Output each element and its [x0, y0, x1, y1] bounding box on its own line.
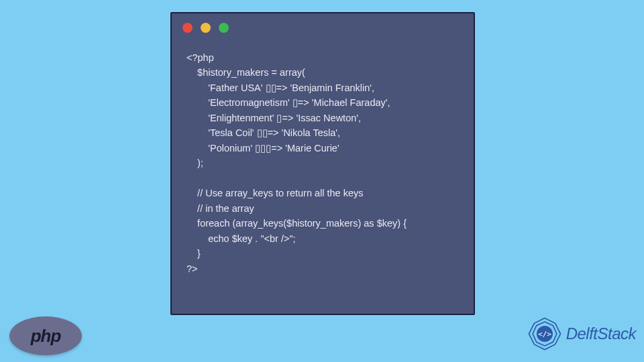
code-line: 'Tesla Coil' ▯▯=> 'Nikola Tesla', [186, 127, 340, 138]
window-controls [172, 13, 474, 42]
code-line: ?> [186, 263, 198, 274]
code-line: // in the array [186, 203, 254, 214]
code-line: 'Enlightenment' ▯=> 'Issac Newton', [186, 113, 361, 123]
delftstack-icon: </> [526, 315, 564, 353]
close-icon [182, 23, 193, 33]
code-line: 'Father USA' ▯▯=> 'Benjamin Franklin', [186, 82, 374, 93]
code-line: } [186, 248, 201, 259]
code-line: ); [186, 158, 203, 168]
svg-text:</>: </> [538, 330, 551, 339]
code-window: <?php $history_makers = array( 'Father U… [170, 12, 475, 315]
minimize-icon [201, 23, 211, 33]
delftstack-logo: </> DelftStack [526, 315, 636, 353]
code-line: 'Electromagnetism' ▯=> 'Michael Faraday'… [186, 97, 390, 108]
code-line: foreach (array_keys($history_makers) as … [186, 218, 407, 229]
code-line: 'Polonium' ▯▯▯=> 'Marie Curie' [186, 143, 339, 154]
code-line: <?php [186, 52, 214, 63]
delftstack-text: DelftStack [566, 324, 636, 343]
code-line: $history_makers = array( [186, 67, 305, 78]
php-logo: php [9, 316, 82, 355]
code-line: // Use array_keys to return all the keys [186, 188, 364, 198]
code-content: <?php $history_makers = array( 'Father U… [172, 42, 474, 284]
maximize-icon [219, 23, 229, 33]
code-line: echo $key . "<br />"; [186, 233, 296, 244]
php-logo-text: php [31, 326, 61, 347]
